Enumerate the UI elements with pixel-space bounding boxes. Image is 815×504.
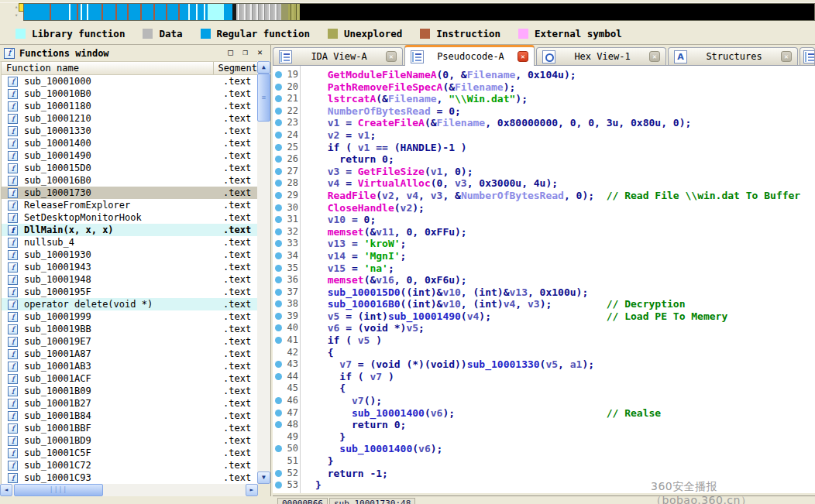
code-line[interactable]: 39 v5 = (int)sub_10001490(v4); // Load P… (273, 310, 815, 323)
horizontal-scrollbar[interactable]: ◄ ► (0, 484, 258, 496)
vertical-scroll-thumb[interactable] (257, 74, 270, 122)
code-line[interactable]: 42 { (273, 347, 815, 359)
horizontal-scroll-thumb[interactable] (14, 484, 103, 496)
code-line[interactable]: 38 sub_100016B0((int)&v10, (int)v4, v3);… (273, 298, 815, 310)
code-line[interactable]: 35 v15 = 'na'; (273, 262, 815, 275)
function-row[interactable]: fsub_10001948.text (2, 273, 258, 286)
code-line[interactable]: 52 return -1; (273, 468, 815, 480)
code-line[interactable]: 27 v3 = GetFileSize(v1, 0); (273, 166, 815, 178)
code-line[interactable]: 29 ReadFile(v2, v4, v3, &NumberOfBytesRe… (273, 190, 815, 202)
function-row[interactable]: fsub_100019E7.text (2, 335, 258, 348)
code-line[interactable]: 44 if ( v7 ) (273, 371, 815, 383)
code-line[interactable]: 41 if ( v5 ) (273, 334, 815, 347)
code-line[interactable]: 50 sub_10001400(v6); (273, 443, 815, 455)
function-row[interactable]: fsub_100010B0.text (2, 87, 258, 100)
ida-view-icon (279, 50, 292, 63)
function-row[interactable]: fReleaseFromExplorer.text (2, 199, 258, 211)
function-row[interactable]: fsub_10001210.text (2, 112, 258, 125)
function-row[interactable]: fsub_10001943.text (2, 261, 258, 273)
scroll-up-button[interactable]: ▲ (257, 61, 270, 74)
code-line[interactable]: 47 sub_10001400(v6); // Realse (273, 407, 815, 420)
column-header-segment[interactable]: Segment (214, 62, 257, 74)
function-row[interactable]: fsub_100016B0.text (2, 174, 258, 187)
code-text: memset(&v16, 0, 0xF6u); (315, 274, 467, 286)
scroll-down-button[interactable]: ▼ (257, 471, 270, 484)
navigation-band[interactable] (23, 3, 815, 21)
code-line[interactable]: 26 return 0; (273, 153, 815, 166)
code-line[interactable]: 49 } (273, 431, 815, 444)
function-row[interactable]: fDllMain(x, x, x).text (2, 224, 258, 236)
line-number: 20 (273, 81, 298, 94)
function-row[interactable]: fsub_10001730.text (2, 187, 258, 199)
code-line[interactable]: 19 GetModuleFileNameA(0, &Filename, 0x10… (273, 69, 815, 81)
code-line[interactable]: 22 NumberOfBytesRead = 0; (273, 105, 815, 118)
function-row[interactable]: fsub_100019BB.text (2, 323, 258, 335)
code-line[interactable]: 34 v14 = 'MgnI'; (273, 250, 815, 262)
vertical-scrollbar[interactable]: ▲ ▼ (257, 61, 270, 484)
code-line[interactable]: 24 v2 = v1; (273, 129, 815, 142)
tab-hex-view-1[interactable]: Hex View-1✕ (536, 47, 666, 65)
function-row[interactable]: foperator delete(void *).text (2, 298, 258, 310)
function-row[interactable]: fSetDesktopMonitorHook.text (2, 211, 258, 224)
close-button[interactable]: ✕ (253, 47, 267, 59)
code-line[interactable]: 36 memset(&v16, 0, 0xF6u); (273, 274, 815, 286)
function-row[interactable]: fsub_10001000.text (2, 75, 258, 87)
code-line[interactable]: 25 if ( v1 == (HANDLE)-1 ) (273, 142, 815, 154)
function-name: sub_100016B0 (24, 175, 223, 186)
tab-ida-view-a[interactable]: IDA View-A✕ (273, 47, 403, 65)
code-line[interactable]: 40 v6 = (void *)v5; (273, 322, 815, 334)
code-line[interactable]: 23 v1 = CreateFileA(&Filename, 0x8000000… (273, 117, 815, 129)
function-row[interactable]: fsub_10001999.text (2, 310, 258, 323)
function-row[interactable]: fsub_10001C5F.text (2, 447, 258, 459)
restore-button[interactable]: ❐ (239, 47, 252, 59)
function-row[interactable]: fsub_10001AB3.text (2, 360, 258, 372)
function-row[interactable]: fsub_10001490.text (2, 149, 258, 162)
function-row[interactable]: fsub_10001B27.text (2, 397, 258, 410)
pseudocode-view[interactable]: 19 GetModuleFileNameA(0, &Filename, 0x10… (273, 66, 815, 493)
code-line[interactable]: 37 sub_100015D0((int)&v10, (int)&v13, 0x… (273, 286, 815, 299)
code-line[interactable]: 33 v13 = 'kroW'; (273, 238, 815, 250)
function-row[interactable]: fsub_10001330.text (2, 125, 258, 137)
function-row[interactable]: fsub_1000195F.text (2, 286, 258, 298)
tab-partial[interactable] (800, 47, 815, 65)
band-scroll-down-icon[interactable]: ▾ (15, 13, 18, 19)
code-line[interactable]: 20 PathRemoveFileSpecA(&Filename); (273, 81, 815, 94)
code-line[interactable]: 45 { (273, 382, 815, 395)
function-row[interactable]: fsub_10001930.text (2, 249, 258, 261)
function-row[interactable]: fsub_10001BD9.text (2, 434, 258, 447)
column-header-function-name[interactable]: Function name (2, 62, 214, 74)
maximize-button[interactable]: □ (224, 47, 237, 59)
tab-close-button[interactable]: ✕ (649, 51, 660, 62)
code-line[interactable]: 51 } (273, 455, 815, 468)
code-line[interactable]: 32 memset(&v11, 0, 0xFFu); (273, 226, 815, 238)
tab-close-button[interactable]: ✕ (518, 51, 528, 62)
code-line[interactable]: 31 v10 = 0; (273, 214, 815, 226)
function-row[interactable]: fsub_10001BBF.text (2, 422, 258, 434)
tab-pseudocode-a[interactable]: Pseudocode-A✕ (404, 45, 535, 66)
code-line[interactable]: 30 CloseHandle(v2); (273, 202, 815, 214)
band-scroll-up-icon[interactable]: ▴ (15, 5, 18, 10)
function-row[interactable]: fsub_100015D0.text (2, 162, 258, 174)
function-row[interactable]: fsub_10001400.text (2, 137, 258, 149)
tab-structures[interactable]: Structures✕ (668, 47, 798, 65)
function-row[interactable]: fsub_10001C93.text (2, 471, 258, 484)
function-row[interactable]: fsub_10001ACF.text (2, 372, 258, 385)
scroll-right-button[interactable]: ► (246, 484, 258, 496)
function-segment: .text (223, 163, 258, 173)
function-name: sub_10001BD9 (24, 435, 223, 446)
code-line[interactable]: 43 v7 = (void (*)(void))sub_10001330(v5,… (273, 358, 815, 371)
code-line[interactable]: 46 v7(); (273, 395, 815, 407)
function-row[interactable]: fnullsub_4.text (2, 236, 258, 249)
functions-window-titlebar[interactable]: f Functions window □❐✕ (0, 45, 270, 62)
function-row[interactable]: fsub_10001180.text (2, 100, 258, 112)
function-row[interactable]: fsub_10001C72.text (2, 459, 258, 471)
code-line[interactable]: 21 lstrcatA(&Filename, "\\Win.dat"); (273, 93, 815, 105)
scroll-left-button[interactable]: ◄ (0, 484, 12, 496)
tab-close-button[interactable]: ✕ (781, 51, 792, 62)
function-row[interactable]: fsub_10001A87.text (2, 348, 258, 360)
function-row[interactable]: fsub_10001B09.text (2, 385, 258, 397)
code-line[interactable]: 48 return 0; (273, 419, 815, 431)
code-line[interactable]: 28 v4 = VirtualAlloc(0, v3, 0x3000u, 4u)… (273, 177, 815, 190)
tab-close-button[interactable]: ✕ (386, 51, 397, 62)
function-row[interactable]: fsub_10001B84.text (2, 410, 258, 422)
